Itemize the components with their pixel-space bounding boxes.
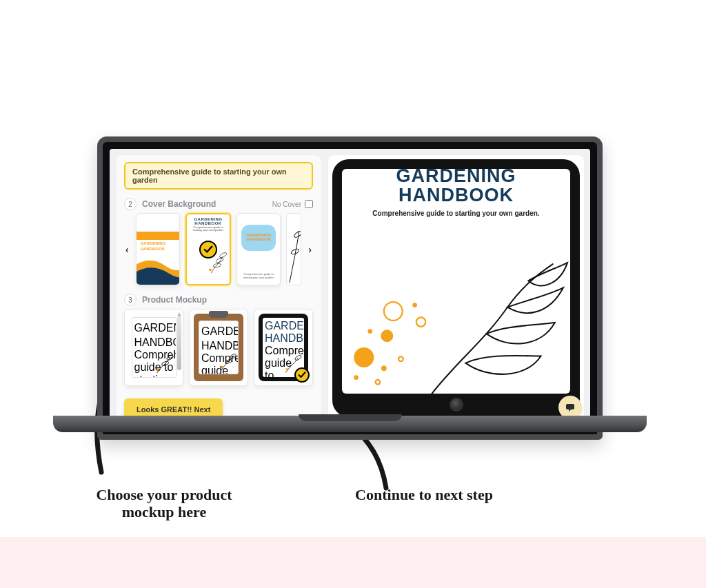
svg-point-19 — [367, 329, 372, 334]
cover-option-4-peek[interactable] — [286, 213, 301, 285]
mockC-t2: HANDBOOK — [265, 332, 302, 345]
mockup-section-title: Product Mockup — [142, 295, 313, 305]
svg-point-1 — [215, 258, 223, 264]
svg-point-14 — [285, 368, 288, 370]
app-screen: Comprehensive guide to starting your own… — [110, 149, 590, 427]
check-icon — [294, 367, 310, 383]
svg-rect-25 — [566, 404, 574, 409]
clipboard-clip-icon — [209, 311, 228, 318]
mockup-book[interactable]: GARDENING HANDBOOK Comprehensive guide t… — [124, 309, 183, 386]
preview-panel: GARDENING HANDBOOK Comprehensive guide t… — [327, 154, 585, 422]
pen-icon — [177, 316, 181, 370]
config-panel: Comprehensive guide to starting your own… — [115, 154, 322, 422]
section-product-mockup: 3 Product Mockup GARDENING HANDBOOK Comp… — [124, 294, 313, 386]
cover-option-2[interactable]: GARDENING HANDBOOK Comprehensive guide t… — [185, 213, 231, 285]
cover2-sub: Comprehensive guide to starting your own… — [190, 226, 227, 232]
no-cover-checkbox[interactable] — [305, 200, 313, 208]
mockA-t1: GARDENING — [134, 322, 174, 334]
svg-point-24 — [376, 379, 381, 384]
preview-tablet-frame: GARDENING HANDBOOK Comprehensive guide t… — [332, 159, 580, 417]
cover-option-3[interactable]: GARDENINGHANDBOOK Comprehensive guide to… — [236, 213, 281, 285]
cover3-title2: HANDBOOK — [247, 237, 271, 241]
svg-point-10 — [230, 354, 236, 360]
svg-point-18 — [381, 330, 393, 342]
laptop-base — [53, 416, 647, 432]
svg-point-23 — [354, 375, 359, 380]
step-3-badge: 3 — [124, 294, 137, 306]
cover1-title1: GARDENING — [141, 241, 166, 245]
tagline-text: Comprehensive guide to starting your own… — [132, 168, 287, 184]
no-cover-toggle[interactable]: No Cover — [272, 200, 313, 208]
svg-point-3 — [209, 269, 212, 272]
svg-point-22 — [399, 356, 403, 361]
cover-prev-arrow[interactable]: ‹ — [124, 243, 130, 256]
svg-point-15 — [384, 302, 403, 321]
cover3-sub: Comprehensive guide to starting your own… — [243, 272, 274, 279]
cover-option-1[interactable]: GARDENING HANDBOOK — [136, 213, 180, 285]
footer-pink-strip — [0, 537, 706, 588]
chat-icon — [565, 402, 576, 413]
svg-point-5 — [294, 230, 302, 239]
mockup-clipboard[interactable]: GARDENING HANDBOOK Comprehensive guide t… — [189, 309, 248, 386]
laptop-bezel: Comprehensive guide to starting your own… — [97, 136, 603, 440]
preview-cover: GARDENING HANDBOOK Comprehensive guide t… — [342, 169, 570, 394]
svg-point-9 — [157, 368, 159, 370]
laptop-device: Comprehensive guide to starting your own… — [92, 112, 608, 464]
svg-point-20 — [354, 347, 374, 367]
step-2-badge: 2 — [124, 198, 137, 210]
leaf-illustration — [410, 258, 570, 394]
svg-point-6 — [291, 248, 300, 256]
annotation-mockup: Choose your productmockup here — [74, 486, 254, 521]
mockB-t1: GARDENING — [201, 325, 236, 338]
tablet-home-button-icon — [450, 398, 463, 412]
cover-section-title: Cover Background — [142, 199, 267, 209]
svg-point-21 — [381, 365, 387, 371]
cover1-title2: HANDBOOK — [141, 247, 165, 251]
preview-title-1: GARDENING — [396, 169, 516, 186]
mockC-t1: GARDENING — [265, 320, 302, 332]
preview-subtitle: Comprehensive guide to starting your own… — [354, 210, 558, 217]
mockup-tablet[interactable]: GARDENING HANDBOOK Comprehensive guide t… — [254, 309, 313, 386]
svg-point-4 — [212, 267, 214, 268]
cover-next-arrow[interactable]: › — [307, 243, 313, 256]
check-icon — [199, 241, 217, 258]
annotation-continue: Continue to next step — [321, 486, 527, 503]
tagline-input[interactable]: Comprehensive guide to starting your own… — [124, 162, 313, 190]
svg-point-12 — [221, 366, 223, 368]
section-cover-background: 2 Cover Background No Cover ‹ — [124, 198, 313, 285]
svg-point-0 — [219, 252, 227, 259]
no-cover-label: No Cover — [272, 201, 301, 208]
preview-title-2: HANDBOOK — [399, 185, 514, 205]
